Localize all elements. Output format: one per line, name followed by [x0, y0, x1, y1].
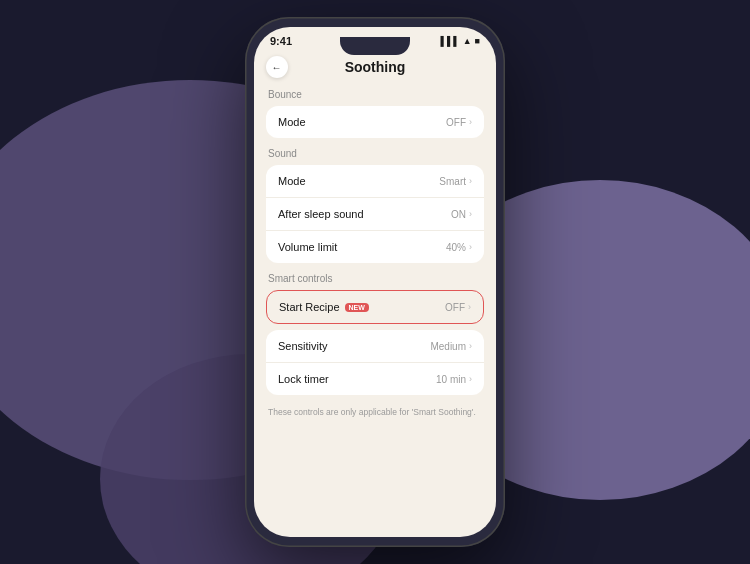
back-icon: ←: [272, 62, 282, 73]
sound-mode-item[interactable]: Mode Smart ›: [266, 165, 484, 198]
lock-timer-chevron: ›: [469, 374, 472, 384]
phone-screen: 9:41 ▌▌▌ ▲ ■ ← Soothing Bounce Mode OFF: [254, 27, 496, 537]
page-title: Soothing: [345, 59, 406, 75]
phone-frame: 9:41 ▌▌▌ ▲ ■ ← Soothing Bounce Mode OFF: [245, 17, 505, 547]
start-recipe-value: OFF: [445, 302, 465, 313]
start-recipe-card: Start Recipe NEW OFF ›: [266, 290, 484, 324]
section-label-sound: Sound: [268, 148, 484, 159]
sensitivity-chevron: ›: [469, 341, 472, 351]
volume-limit-label: Volume limit: [278, 241, 337, 253]
start-recipe-right: OFF ›: [445, 302, 471, 313]
lock-timer-label: Lock timer: [278, 373, 329, 385]
after-sleep-item[interactable]: After sleep sound ON ›: [266, 198, 484, 231]
sensitivity-label: Sensitivity: [278, 340, 328, 352]
smart-controls-card: Sensitivity Medium › Lock timer 10 min ›: [266, 330, 484, 395]
start-recipe-item[interactable]: Start Recipe NEW OFF ›: [267, 291, 483, 323]
page-header: ← Soothing: [254, 51, 496, 83]
sensitivity-value: Medium: [430, 341, 466, 352]
scroll-content: Bounce Mode OFF › Sound Mode Smart ›: [254, 83, 496, 537]
phone-notch: [340, 37, 410, 55]
battery-icon: ■: [475, 36, 480, 46]
footnote-text: These controls are only applicable for '…: [266, 403, 484, 423]
wifi-icon: ▲: [463, 36, 472, 46]
sound-mode-chevron: ›: [469, 176, 472, 186]
volume-limit-right: 40% ›: [446, 242, 472, 253]
section-label-bounce: Bounce: [268, 89, 484, 100]
sound-mode-right: Smart ›: [439, 176, 472, 187]
after-sleep-right: ON ›: [451, 209, 472, 220]
bounce-mode-value: OFF: [446, 117, 466, 128]
bounce-mode-right: OFF ›: [446, 117, 472, 128]
section-label-smart: Smart controls: [268, 273, 484, 284]
lock-timer-item[interactable]: Lock timer 10 min ›: [266, 363, 484, 395]
sensitivity-item[interactable]: Sensitivity Medium ›: [266, 330, 484, 363]
after-sleep-value: ON: [451, 209, 466, 220]
after-sleep-chevron: ›: [469, 209, 472, 219]
after-sleep-label: After sleep sound: [278, 208, 364, 220]
status-icons: ▌▌▌ ▲ ■: [441, 36, 481, 46]
volume-limit-value: 40%: [446, 242, 466, 253]
new-badge: NEW: [345, 303, 369, 312]
bounce-card: Mode OFF ›: [266, 106, 484, 138]
bounce-mode-item[interactable]: Mode OFF ›: [266, 106, 484, 138]
start-recipe-label: Start Recipe NEW: [279, 301, 369, 313]
sound-mode-label: Mode: [278, 175, 306, 187]
bounce-mode-label: Mode: [278, 116, 306, 128]
signal-icon: ▌▌▌: [441, 36, 460, 46]
volume-limit-item[interactable]: Volume limit 40% ›: [266, 231, 484, 263]
start-recipe-chevron: ›: [468, 302, 471, 312]
volume-limit-chevron: ›: [469, 242, 472, 252]
sound-mode-value: Smart: [439, 176, 466, 187]
lock-timer-value: 10 min: [436, 374, 466, 385]
sensitivity-right: Medium ›: [430, 341, 472, 352]
status-time: 9:41: [270, 35, 292, 47]
bounce-mode-chevron: ›: [469, 117, 472, 127]
back-button[interactable]: ←: [266, 56, 288, 78]
lock-timer-right: 10 min ›: [436, 374, 472, 385]
sound-card: Mode Smart › After sleep sound ON › Volu…: [266, 165, 484, 263]
